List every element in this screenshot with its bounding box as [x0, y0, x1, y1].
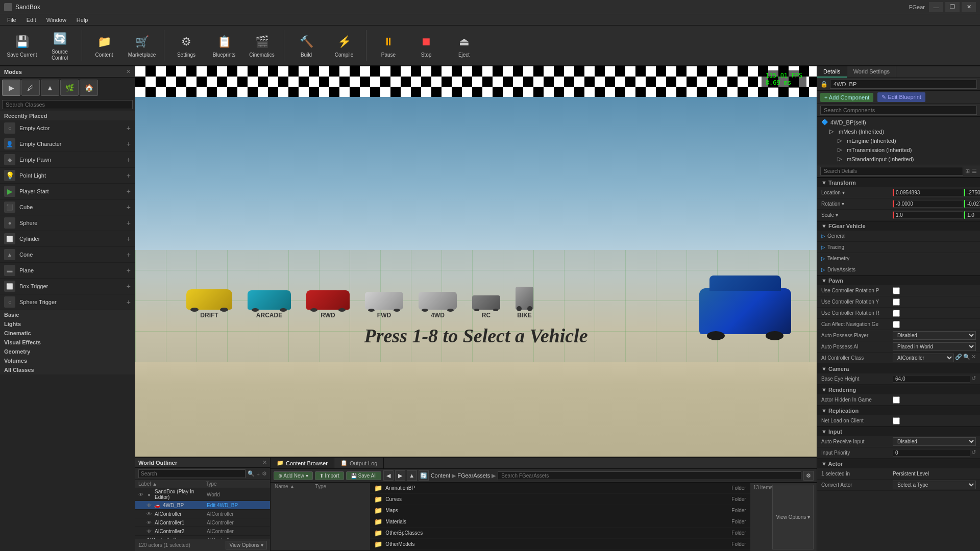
auto-possess-ai-select[interactable]: Placed in World Disabled	[893, 342, 976, 351]
mode-tab-place[interactable]: ▶	[2, 80, 20, 96]
blueprints-button[interactable]: 📋 Blueprints	[206, 27, 242, 64]
modes-close[interactable]: ✕	[126, 68, 131, 75]
ai-controller-search-icon[interactable]: 🔍	[963, 354, 970, 362]
ai-controller-clear-icon[interactable]: ✕	[971, 354, 976, 362]
mode-tab-geometry[interactable]: 🏠	[80, 80, 98, 96]
camera-section[interactable]: ▼ Camera	[817, 364, 980, 373]
source-control-button[interactable]: 🔄 Source Control	[42, 27, 78, 64]
cb-refresh-button[interactable]: 🔄	[419, 470, 429, 481]
cb-tab-output[interactable]: 📋 Output Log	[334, 458, 384, 468]
cb-path-fgear[interactable]: FGearAssets	[457, 472, 490, 479]
input-priority-reset[interactable]: ↺	[971, 449, 976, 457]
compile-button[interactable]: ⚡ Compile	[326, 27, 362, 64]
comp-mstandardinput[interactable]: ▷ mStandardInput (Inherited)	[817, 155, 980, 164]
actor-hidden-check[interactable]	[893, 396, 900, 404]
wo-close[interactable]: ✕	[262, 459, 267, 466]
pause-button[interactable]: ⏸ Pause	[371, 27, 406, 64]
geometry-header[interactable]: Geometry	[0, 347, 135, 356]
box-trigger-add[interactable]: +	[127, 282, 131, 290]
add-component-button[interactable]: + Add Component	[820, 93, 873, 102]
rotation-y-input[interactable]	[964, 200, 980, 208]
cb-settings-button[interactable]: ⚙	[803, 471, 814, 481]
eject-button[interactable]: ⏏ Eject	[446, 27, 482, 64]
scale-y-input[interactable]	[964, 211, 980, 219]
driveassists-row[interactable]: ▷ DriveAssists	[817, 264, 980, 276]
fgear-vehicle-section[interactable]: ▼ FGear Vehicle	[817, 221, 980, 231]
auto-receive-input-select[interactable]: Disabled Player 0	[893, 437, 976, 446]
cb-back-button[interactable]: ◀	[383, 470, 394, 481]
build-button[interactable]: 🔨 Build	[288, 27, 324, 64]
close-button[interactable]: ✕	[962, 2, 976, 12]
player-start-add[interactable]: +	[127, 187, 131, 195]
cb-search-input[interactable]	[498, 471, 801, 480]
comp-4wdbp-self[interactable]: 🔷 4WD_BP(self)	[817, 118, 980, 127]
search-components-input[interactable]	[820, 106, 977, 115]
menu-file[interactable]: File	[2, 16, 21, 24]
location-y-input[interactable]	[964, 189, 980, 196]
empty-actor-add[interactable]: +	[127, 124, 131, 132]
wo-search-icon[interactable]: 🔍	[248, 470, 255, 477]
lights-header[interactable]: Lights	[0, 319, 135, 329]
comp-mmesh[interactable]: ▷ mMesh (Inherited)	[817, 127, 980, 136]
class-sphere-trigger[interactable]: ○ Sphere Trigger +	[0, 294, 135, 310]
empty-pawn-add[interactable]: +	[127, 156, 131, 164]
location-x-input[interactable]	[893, 189, 963, 196]
empty-character-add[interactable]: +	[127, 140, 131, 148]
scale-x-input[interactable]	[893, 211, 963, 219]
cube-add[interactable]: +	[127, 203, 131, 211]
wo-search-input[interactable]	[138, 469, 246, 478]
net-load-check[interactable]	[893, 417, 900, 424]
mode-tab-landscape[interactable]: ▲	[41, 80, 59, 96]
pawn-section[interactable]: ▼ Pawn	[817, 276, 980, 285]
comp-mtransmission[interactable]: ▷ mTransmission (Inherited)	[817, 145, 980, 155]
cb-up-button[interactable]: ▲	[407, 470, 417, 481]
can-affect-nav-check[interactable]	[893, 321, 900, 328]
general-row[interactable]: ▷ General	[817, 231, 980, 242]
search-classes-input[interactable]	[2, 100, 133, 109]
point-light-add[interactable]: +	[127, 171, 131, 180]
wo-item-sandbox[interactable]: 👁 ● SandBox (Play In Editor) World	[135, 488, 270, 501]
wo-item-aicontroller[interactable]: 👁 AIController AIController	[135, 510, 270, 518]
tracing-row[interactable]: ▷ Tracing	[817, 242, 980, 253]
menu-help[interactable]: Help	[71, 16, 93, 24]
cb-add-new-button[interactable]: ⊕ Add New ▾	[274, 471, 313, 480]
search-details-input[interactable]	[820, 167, 963, 176]
cb-forward-button[interactable]: ▶	[395, 470, 405, 481]
wo-view-options[interactable]: View Options ▾	[226, 541, 267, 549]
input-priority-input[interactable]	[893, 449, 970, 457]
class-cylinder[interactable]: ⬜ Cylinder +	[0, 231, 135, 247]
wo-item-aicontroller2[interactable]: 👁 AIController2 AIController	[135, 527, 270, 536]
cb-folder-animationbp[interactable]: 📁 AnimationBP Folder	[370, 483, 750, 494]
cb-save-all-button[interactable]: 💾 Save All	[346, 471, 381, 480]
cb-folder-maps[interactable]: 📁 Maps Folder	[370, 505, 750, 516]
convert-actor-select[interactable]: Select a Type	[893, 481, 976, 489]
auto-possess-player-select[interactable]: Disabled Player 0	[893, 331, 976, 340]
class-sphere[interactable]: ● Sphere +	[0, 215, 135, 231]
component-name-input[interactable]	[830, 80, 977, 89]
cb-folder-curves[interactable]: 📁 Curves Folder	[370, 494, 750, 505]
wo-item-aicontroller1[interactable]: 👁 AIController1 AIController	[135, 518, 270, 527]
cb-folder-materials[interactable]: 📁 Materials Folder	[370, 516, 750, 528]
sphere-trigger-add[interactable]: +	[127, 298, 131, 306]
cb-tab-content[interactable]: 📁 Content Browser	[271, 458, 334, 468]
edit-blueprint-button[interactable]: ✎ Edit Blueprint	[877, 92, 925, 102]
ai-controller-link-icon[interactable]: 🔗	[955, 354, 962, 362]
cb-view-options[interactable]: View Options ▾	[772, 485, 814, 549]
save-current-button[interactable]: 💾 Save Current	[4, 27, 40, 64]
rendering-section[interactable]: ▼ Rendering	[817, 385, 980, 394]
stop-button[interactable]: ⏹ Stop	[408, 27, 444, 64]
use-ctrl-rot-r-check[interactable]	[893, 310, 900, 317]
cinematic-header[interactable]: Cinematic	[0, 329, 135, 338]
class-box-trigger[interactable]: ⬜ Box Trigger +	[0, 279, 135, 294]
cb-folder-otherbpclasses[interactable]: 📁 OtherBpClasses Folder	[370, 528, 750, 539]
cone-add[interactable]: +	[127, 251, 131, 259]
cylinder-add[interactable]: +	[127, 235, 131, 243]
input-section[interactable]: ▼ Input	[817, 427, 980, 436]
class-plane[interactable]: ▬ Plane +	[0, 263, 135, 279]
content-button[interactable]: 📁 Content	[86, 27, 122, 64]
wo-add-icon[interactable]: +	[257, 471, 260, 477]
rotation-x-input[interactable]	[893, 200, 963, 208]
basic-header[interactable]: Basic	[0, 310, 135, 319]
details-grid-icon[interactable]: ⊞	[965, 168, 970, 174]
volumes-header[interactable]: Volumes	[0, 356, 135, 365]
